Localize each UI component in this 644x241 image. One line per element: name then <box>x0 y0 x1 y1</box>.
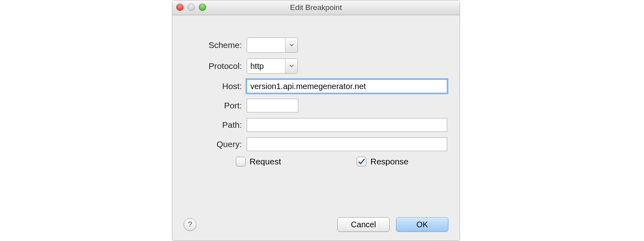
titlebar: Edit Breakpoint <box>172 0 460 15</box>
help-button[interactable]: ? <box>184 218 196 231</box>
scheme-combo[interactable] <box>247 37 298 53</box>
response-checkbox-label: Response <box>370 157 409 166</box>
host-input[interactable] <box>247 79 447 93</box>
ok-button[interactable]: OK <box>396 217 448 232</box>
query-input[interactable] <box>247 137 447 151</box>
window-title: Edit Breakpoint <box>290 3 342 12</box>
zoom-icon[interactable] <box>199 4 206 11</box>
query-label: Query: <box>184 139 247 149</box>
breakpoint-form: Scheme: Protocol: <box>172 15 460 166</box>
check-icon <box>358 158 365 165</box>
request-checkbox[interactable] <box>236 157 246 166</box>
cancel-button-label: Cancel <box>351 220 376 229</box>
response-checkbox-wrap[interactable]: Response <box>357 157 409 166</box>
host-row: Host: <box>184 79 448 93</box>
check-row: Request Response <box>236 157 448 166</box>
scheme-input[interactable] <box>247 38 285 52</box>
scheme-dropdown-button[interactable] <box>285 38 297 52</box>
dialog-footer: ? Cancel OK <box>172 217 460 232</box>
close-icon[interactable] <box>176 4 184 11</box>
protocol-combo[interactable] <box>247 58 298 74</box>
scheme-row: Scheme: <box>184 37 448 53</box>
cancel-button[interactable]: Cancel <box>337 217 390 232</box>
request-checkbox-wrap[interactable]: Request <box>236 157 281 166</box>
request-checkbox-label: Request <box>250 157 281 166</box>
path-label: Path: <box>184 120 247 130</box>
help-icon: ? <box>188 220 192 229</box>
minimize-icon[interactable] <box>188 4 195 11</box>
protocol-input[interactable] <box>247 59 285 73</box>
window-controls <box>176 4 206 11</box>
protocol-row: Protocol: <box>184 58 448 74</box>
port-row: Port: <box>184 99 448 112</box>
path-row: Path: <box>184 118 448 132</box>
chevron-down-icon <box>289 44 294 47</box>
ok-button-label: OK <box>417 220 428 229</box>
protocol-dropdown-button[interactable] <box>285 59 297 73</box>
edit-breakpoint-window: Edit Breakpoint Scheme: Protocol: <box>172 0 460 241</box>
host-label: Host: <box>184 81 247 91</box>
port-input[interactable] <box>247 99 298 112</box>
path-input[interactable] <box>247 118 447 132</box>
response-checkbox[interactable] <box>357 157 366 166</box>
port-label: Port: <box>184 101 247 110</box>
protocol-label: Protocol: <box>184 61 247 71</box>
chevron-down-icon <box>289 64 294 68</box>
query-row: Query: <box>184 137 448 151</box>
scheme-label: Scheme: <box>184 40 247 50</box>
